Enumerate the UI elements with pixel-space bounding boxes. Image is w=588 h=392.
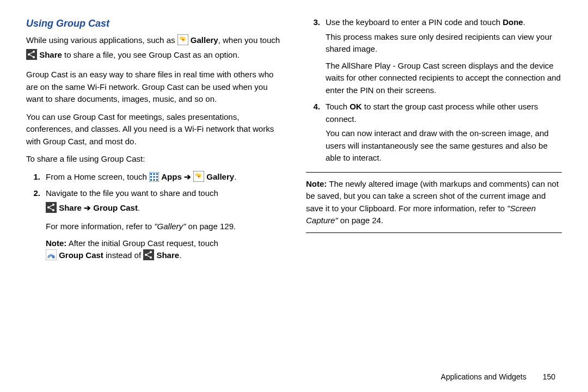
step-body: From a Home screen, touch Apps ➔ Gallery… <box>46 171 282 186</box>
step-number: 4. <box>306 101 326 125</box>
step-2-ref: For more information, refer to "Gallery"… <box>46 220 282 233</box>
share-icon <box>26 49 37 64</box>
step-2: 2. Navigate to the file you want to shar… <box>26 187 282 200</box>
svg-point-31 <box>52 256 55 259</box>
footer-page-number: 150 <box>543 372 555 381</box>
step-2-note: Note: After the initial Group Cast reque… <box>46 237 282 264</box>
page-footer: Applications and Widgets 150 <box>441 372 555 381</box>
note-label: Note: <box>46 238 66 248</box>
text: . <box>523 17 525 27</box>
svg-rect-15 <box>154 176 155 177</box>
apps-icon <box>149 172 159 186</box>
text: Touch <box>326 102 350 111</box>
paragraph: To share a file using Group Cast: <box>26 153 282 166</box>
section-title: Using Group Cast <box>26 16 282 31</box>
svg-point-3 <box>182 39 183 40</box>
text: From a Home screen, touch <box>46 172 149 181</box>
share-icon <box>143 249 154 264</box>
text-bold: Apps <box>161 172 182 181</box>
paragraph: While using various applications, such a… <box>26 34 282 63</box>
step-number: 3. <box>306 16 326 29</box>
step-2-sub: Share ➔ Group Cast. <box>46 202 282 217</box>
paragraph: Group Cast is an easy way to share files… <box>26 69 282 106</box>
text: on page 129. <box>186 222 236 231</box>
step-body: Touch OK to start the group cast process… <box>326 101 562 125</box>
text: to share a file, you see Group Cast as a… <box>62 50 240 59</box>
text-bold: Share <box>59 203 82 212</box>
step-3: 3. Use the keyboard to enter a PIN code … <box>306 16 562 29</box>
text-bold: Share <box>156 250 179 260</box>
svg-rect-13 <box>156 173 158 175</box>
text-bold: Gallery <box>206 172 234 181</box>
text: Navigate to the file you want to share a… <box>46 188 218 198</box>
step-4-sub: You can now interact and draw with the o… <box>326 127 562 164</box>
svg-rect-12 <box>154 173 155 175</box>
step-3-sub: This process makes sure only desired rec… <box>326 31 562 56</box>
text: For more information, refer to <box>46 222 154 231</box>
text-bold: Group Cast <box>93 203 138 212</box>
step-4: 4. Touch OK to start the group cast proc… <box>306 101 562 125</box>
text-bold: Group Cast <box>59 250 103 260</box>
right-column: 3. Use the keyboard to enter a PIN code … <box>306 16 562 338</box>
step-body: Use the keyboard to enter a PIN code and… <box>326 16 562 29</box>
step-body: Navigate to the file you want to share a… <box>46 187 282 200</box>
text: After the initial Group Cast request, to… <box>66 238 218 248</box>
text: , when you touch <box>218 35 280 45</box>
svg-rect-19 <box>156 179 158 181</box>
footer-section: Applications and Widgets <box>441 372 526 381</box>
svg-rect-16 <box>156 176 158 177</box>
text-bold: Done <box>503 17 523 27</box>
text-bold: OK <box>350 102 362 111</box>
text-bold: Share <box>39 50 62 59</box>
text: Use the keyboard to enter a PIN code and… <box>326 17 503 27</box>
text: . <box>138 203 140 212</box>
text: . <box>179 250 181 260</box>
paragraph: You can use Group Cast for meetings, sal… <box>26 111 282 148</box>
svg-rect-14 <box>150 176 152 177</box>
text: . <box>234 172 236 181</box>
text: on page 24. <box>338 216 383 225</box>
arrow: ➔ <box>82 203 93 212</box>
svg-rect-11 <box>150 173 152 175</box>
text-bold: Gallery <box>191 35 218 45</box>
svg-rect-18 <box>154 179 155 181</box>
svg-rect-17 <box>150 179 152 181</box>
text: While using various applications, such a… <box>26 35 177 45</box>
gallery-icon <box>177 34 188 49</box>
text: instead of <box>103 250 143 260</box>
arrow: ➔ <box>182 172 193 181</box>
step-number: 1. <box>26 171 46 186</box>
xref: "Gallery" <box>154 222 186 231</box>
note-box: Note: The newly altered image (with mark… <box>306 172 562 233</box>
step-number: 2. <box>26 187 46 200</box>
share-icon <box>46 202 57 217</box>
svg-point-23 <box>198 175 199 176</box>
group-cast-icon <box>46 249 57 264</box>
step-3-sub: The AllShare Play - Group Cast screen di… <box>326 60 562 97</box>
left-column: Using Group Cast While using various app… <box>26 16 282 338</box>
note-label: Note: <box>306 179 327 188</box>
step-1: 1. From a Home screen, touch Apps ➔ Gall… <box>26 171 282 186</box>
gallery-icon <box>193 171 204 186</box>
